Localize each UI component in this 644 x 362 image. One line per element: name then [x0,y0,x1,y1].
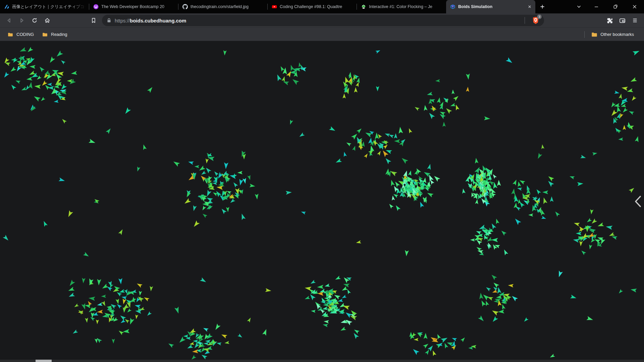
tab-bar: 画像とレイアウト｜クリエイティブコーデThe Web Developer Boo… [0,0,644,13]
wallet-button[interactable] [616,14,629,27]
bookmark-folder-coding[interactable]: CODING [5,31,37,38]
address-bar-separator [525,17,525,24]
bookmark-this-tab-button[interactable] [87,14,100,27]
folder-icon [42,32,48,37]
folder-icon [591,32,597,37]
plus-icon [539,3,546,10]
tab-title: thecodingtrain.com/starfield.jpg [191,4,265,9]
extensions-button[interactable] [603,14,616,27]
back-button[interactable] [3,14,15,27]
tab-search-button[interactable] [571,0,587,13]
extensions-puzzle-icon [606,17,613,24]
bookmark-label: Reading [51,32,67,37]
site-security-lock-icon [106,17,112,23]
back-icon [6,17,12,24]
page-content [0,41,644,362]
maximize-button[interactable] [606,0,625,13]
home-button[interactable] [41,14,54,27]
bookmark-label: CODING [16,32,34,37]
brave-shields-button[interactable]: 3 [528,15,543,25]
bookmark-folder-reading[interactable]: Reading [39,31,70,38]
tab-title: The Web Developer Bootcamp 20 [101,4,176,9]
tab-close-button[interactable] [527,4,533,10]
mushroom-icon [361,4,366,9]
tab-3[interactable]: thecodingtrain.com/starfield.jpg [178,0,268,13]
reload-button[interactable] [28,14,41,27]
horizontal-scrollbar[interactable] [0,360,644,362]
bookmarks-bar: CODINGReading Other bookmarks [0,27,644,41]
scrollbar-thumb[interactable] [36,360,52,362]
youtube-icon [272,4,277,9]
other-bookmarks-label: Other bookmarks [600,32,634,37]
new-tab-button[interactable] [537,2,547,12]
bookmark-flag-icon [90,17,97,24]
github-icon [182,4,188,9]
tab-1[interactable]: 画像とレイアウト｜クリエイティブコーデ [0,0,89,13]
tab-title: Interactive #1: Color Flocking – Je [369,4,443,9]
close-icon [527,4,532,9]
tab-4[interactable]: Coding Challenge #98.1: Quadtre [268,0,357,13]
chevron-left-icon [633,194,643,209]
tab-2[interactable]: The Web Developer Bootcamp 20 [89,0,178,13]
shields-badge: 3 [537,14,542,19]
navigation-toolbar: https://boids.cubedhuang.com 3 [0,13,644,27]
window-controls [571,0,644,13]
menu-button[interactable] [629,14,641,27]
minimize-icon [593,3,600,10]
tab-strip: 画像とレイアウト｜クリエイティブコーデThe Web Developer Boo… [0,0,535,13]
boids-canvas[interactable] [0,41,644,362]
forward-icon [18,17,25,24]
minimize-button[interactable] [587,0,606,13]
home-icon [44,17,51,24]
other-bookmarks-button[interactable]: Other bookmarks [589,31,637,39]
tab-title: Boids Simulation [458,4,524,9]
wallet-icon [619,17,626,24]
tab-active[interactable]: Boids Simulation [446,0,535,13]
close-icon [631,3,638,10]
tab-title: 画像とレイアウト｜クリエイティブコーデ [12,4,87,10]
reload-icon [31,17,38,24]
forward-button[interactable] [15,14,28,27]
close-window-button[interactable] [625,0,644,13]
cube-icon [450,4,455,9]
udemy-icon [93,4,99,9]
bookmarks-right: Other bookmarks [584,31,639,39]
browser-window: 画像とレイアウト｜クリエイティブコーデThe Web Developer Boo… [0,0,644,362]
folder-icon [7,32,13,37]
bookmarks-separator [584,31,585,38]
url-scheme: https:// [115,18,130,23]
zenn-icon [4,4,9,9]
tab-title: Coding Challenge #98.1: Quadtre [280,4,354,9]
chevron-down-icon [576,3,582,10]
panel-toggle-button[interactable] [632,193,643,209]
address-bar[interactable]: https://boids.cubedhuang.com 3 [102,15,544,26]
restore-icon [612,3,619,10]
bookmarks-items: CODINGReading [5,31,72,38]
tab-5[interactable]: Interactive #1: Color Flocking – Je [357,0,446,13]
url-host: boids.cubedhuang.com [130,18,186,23]
hamburger-menu-icon [632,17,638,24]
